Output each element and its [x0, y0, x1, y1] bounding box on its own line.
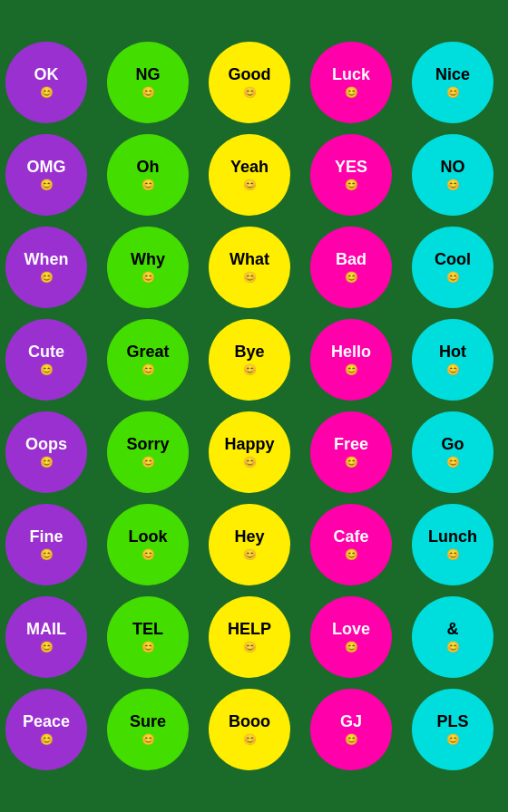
sticker-look[interactable]: Look [107, 504, 189, 585]
sticker-label-love: Love [332, 621, 370, 637]
sticker-pls[interactable]: PLS [412, 689, 493, 770]
sticker-sorry[interactable]: Sorry [107, 411, 189, 493]
sticker-label-help: HELP [228, 621, 271, 637]
sticker-face-oh [142, 177, 155, 191]
sticker-face-sorry [142, 454, 155, 469]
sticker-label-why: Why [131, 251, 165, 267]
sticker-bad[interactable]: Bad [310, 227, 392, 308]
sticker-face-bye [243, 362, 257, 376]
sticker-luck[interactable]: Luck [310, 42, 392, 123]
sticker-label-happy: Happy [224, 436, 274, 452]
sticker-face-love [345, 639, 358, 653]
sticker-ok[interactable]: OK [5, 42, 87, 123]
sticker-face-go [446, 454, 460, 469]
sticker-label-gj: GJ [340, 713, 362, 730]
sticker-booo[interactable]: Booo [209, 689, 290, 770]
sticker-face-yeah [243, 177, 257, 191]
sticker-&[interactable]: & [412, 596, 493, 678]
sticker-label-lunch: Lunch [428, 528, 477, 545]
sticker-face-oops [40, 454, 54, 469]
sticker-label-no: NO [441, 159, 465, 175]
sticker-label-hot: Hot [439, 343, 466, 360]
sticker-face-lunch [446, 546, 460, 561]
sticker-love[interactable]: Love [310, 596, 392, 678]
sticker-face-help [243, 639, 257, 653]
sticker-label-ng: NG [136, 66, 161, 82]
sticker-label-oops: Oops [25, 436, 67, 452]
sticker-face-omg [40, 177, 54, 191]
sticker-what[interactable]: What [209, 227, 290, 308]
sticker-label-yes: YES [335, 159, 367, 175]
sticker-face-ok [40, 84, 54, 99]
sticker-sure[interactable]: Sure [107, 689, 189, 770]
sticker-bye[interactable]: Bye [209, 319, 290, 401]
sticker-label-pls: PLS [436, 713, 468, 730]
sticker-label-look: Look [129, 528, 168, 545]
sticker-face-tel [142, 639, 155, 653]
sticker-label-hey: Hey [234, 528, 264, 545]
sticker-face-hello [345, 362, 358, 376]
sticker-label-good: Good [229, 66, 271, 82]
sticker-lunch[interactable]: Lunch [412, 504, 493, 585]
sticker-label-peace: Peace [23, 713, 70, 730]
sticker-hello[interactable]: Hello [310, 319, 392, 401]
sticker-tel[interactable]: TEL [107, 596, 189, 678]
sticker-face-sure [142, 731, 155, 746]
sticker-label-luck: Luck [332, 66, 370, 82]
sticker-label-cafe: Cafe [333, 528, 368, 545]
sticker-face-ng [142, 84, 155, 99]
sticker-label-sorry: Sorry [126, 436, 169, 452]
sticker-face-mail [40, 639, 54, 653]
sticker-face-why [142, 269, 155, 284]
sticker-help[interactable]: HELP [209, 596, 290, 678]
sticker-cafe[interactable]: Cafe [310, 504, 392, 585]
sticker-label-when: When [24, 251, 69, 267]
sticker-fine[interactable]: Fine [5, 504, 87, 585]
sticker-face-look [142, 546, 155, 561]
sticker-nice[interactable]: Nice [412, 42, 493, 123]
sticker-go[interactable]: Go [412, 411, 493, 493]
sticker-label-go: Go [442, 436, 464, 452]
sticker-free[interactable]: Free [310, 411, 392, 493]
sticker-label-free: Free [334, 436, 368, 452]
sticker-label-cool: Cool [435, 251, 471, 267]
sticker-label-tel: TEL [132, 621, 163, 637]
sticker-face-what [243, 269, 257, 284]
sticker-oh[interactable]: Oh [107, 134, 189, 216]
sticker-face-gj [345, 731, 358, 746]
sticker-ng[interactable]: NG [107, 42, 189, 123]
sticker-face-bad [345, 269, 358, 284]
sticker-face-booo [243, 731, 257, 746]
sticker-cool[interactable]: Cool [412, 227, 493, 308]
sticker-mail[interactable]: MAIL [5, 596, 87, 678]
sticker-label-hello: Hello [331, 343, 371, 360]
sticker-face-good [243, 84, 257, 99]
sticker-happy[interactable]: Happy [209, 411, 290, 493]
sticker-yeah[interactable]: Yeah [209, 134, 290, 216]
sticker-when[interactable]: When [5, 227, 87, 308]
sticker-face-cafe [345, 546, 358, 561]
sticker-label-&: & [447, 621, 459, 637]
sticker-no[interactable]: NO [412, 134, 493, 216]
sticker-great[interactable]: Great [107, 319, 189, 401]
sticker-face-pls [446, 731, 460, 746]
sticker-face-cute [40, 362, 54, 376]
sticker-peace[interactable]: Peace [5, 689, 87, 770]
sticker-label-fine: Fine [29, 528, 63, 545]
sticker-good[interactable]: Good [209, 42, 290, 123]
sticker-face-peace [40, 731, 54, 746]
sticker-why[interactable]: Why [107, 227, 189, 308]
sticker-face-nice [446, 84, 460, 99]
sticker-label-omg: OMG [27, 159, 66, 175]
sticker-label-yeah: Yeah [230, 159, 269, 175]
sticker-yes[interactable]: YES [310, 134, 392, 216]
sticker-hot[interactable]: Hot [412, 319, 493, 401]
sticker-cute[interactable]: Cute [5, 319, 87, 401]
sticker-omg[interactable]: OMG [5, 134, 87, 216]
sticker-gj[interactable]: GJ [310, 689, 392, 770]
sticker-oops[interactable]: Oops [5, 411, 87, 493]
sticker-hey[interactable]: Hey [209, 504, 290, 585]
sticker-face-yes [345, 177, 358, 191]
sticker-face-when [40, 269, 54, 284]
sticker-face-cool [446, 269, 460, 284]
